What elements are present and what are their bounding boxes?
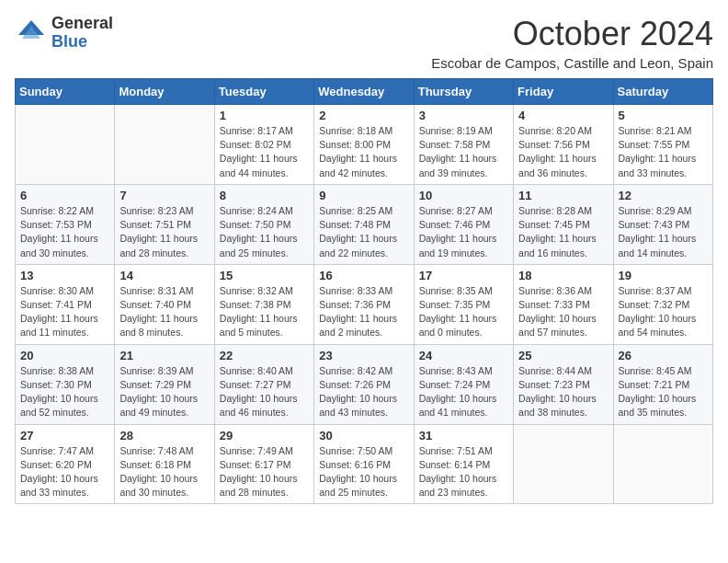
calendar-cell: 1Sunrise: 8:17 AMSunset: 8:02 PMDaylight… [214, 105, 313, 185]
day-number: 10 [419, 189, 508, 202]
day-number: 29 [220, 429, 309, 442]
day-info: Sunrise: 8:24 AMSunset: 7:50 PMDaylight:… [220, 204, 309, 260]
calendar-cell [613, 424, 712, 504]
calendar-cell [115, 105, 214, 185]
calendar-weekday-friday: Friday [514, 79, 613, 105]
day-info: Sunrise: 8:17 AMSunset: 8:02 PMDaylight:… [220, 124, 309, 180]
calendar-weekday-sunday: Sunday [16, 79, 115, 105]
day-info: Sunrise: 8:18 AMSunset: 8:00 PMDaylight:… [319, 124, 408, 180]
day-number: 4 [518, 109, 608, 122]
day-number: 14 [119, 269, 209, 282]
calendar-cell: 4Sunrise: 8:20 AMSunset: 7:56 PMDaylight… [514, 105, 613, 185]
day-number: 26 [619, 349, 708, 362]
logo-general-text: General [51, 15, 113, 33]
logo-blue-text: Blue [51, 33, 113, 52]
day-info: Sunrise: 8:35 AMSunset: 7:35 PMDaylight:… [419, 284, 508, 340]
calendar-cell: 3Sunrise: 8:19 AMSunset: 7:58 PMDaylight… [414, 105, 513, 185]
day-info: Sunrise: 8:44 AMSunset: 7:23 PMDaylight:… [518, 364, 608, 420]
day-number: 5 [619, 109, 708, 122]
calendar-cell: 7Sunrise: 8:23 AMSunset: 7:51 PMDaylight… [115, 184, 214, 264]
day-info: Sunrise: 8:38 AMSunset: 7:30 PMDaylight:… [20, 364, 109, 420]
day-info: Sunrise: 7:50 AMSunset: 6:16 PMDaylight:… [319, 444, 408, 500]
day-number: 3 [419, 109, 508, 122]
calendar-cell: 9Sunrise: 8:25 AMSunset: 7:48 PMDaylight… [314, 184, 414, 264]
day-info: Sunrise: 7:47 AMSunset: 6:20 PMDaylight:… [20, 444, 109, 500]
day-info: Sunrise: 8:21 AMSunset: 7:55 PMDaylight:… [619, 124, 708, 180]
calendar-week-row: 20Sunrise: 8:38 AMSunset: 7:30 PMDayligh… [16, 344, 713, 424]
calendar-cell: 12Sunrise: 8:29 AMSunset: 7:43 PMDayligh… [613, 184, 712, 264]
day-info: Sunrise: 8:36 AMSunset: 7:33 PMDaylight:… [518, 284, 608, 340]
day-number: 9 [319, 189, 408, 202]
day-info: Sunrise: 7:49 AMSunset: 6:17 PMDaylight:… [220, 444, 309, 500]
calendar-cell: 14Sunrise: 8:31 AMSunset: 7:40 PMDayligh… [115, 264, 214, 344]
calendar-cell: 23Sunrise: 8:42 AMSunset: 7:26 PMDayligh… [314, 344, 414, 424]
day-number: 17 [419, 269, 508, 282]
month-title: October 2024 [431, 15, 713, 53]
calendar-cell: 15Sunrise: 8:32 AMSunset: 7:38 PMDayligh… [214, 264, 313, 344]
calendar-cell: 20Sunrise: 8:38 AMSunset: 7:30 PMDayligh… [16, 344, 115, 424]
day-number: 2 [319, 109, 408, 122]
day-number: 25 [518, 349, 608, 362]
day-info: Sunrise: 7:48 AMSunset: 6:18 PMDaylight:… [119, 444, 209, 500]
day-number: 31 [419, 429, 508, 442]
day-info: Sunrise: 8:28 AMSunset: 7:45 PMDaylight:… [518, 204, 608, 260]
day-number: 6 [20, 189, 109, 202]
day-info: Sunrise: 8:45 AMSunset: 7:21 PMDaylight:… [619, 364, 708, 420]
calendar-cell: 21Sunrise: 8:39 AMSunset: 7:29 PMDayligh… [115, 344, 214, 424]
day-number: 18 [518, 269, 608, 282]
calendar-cell: 29Sunrise: 7:49 AMSunset: 6:17 PMDayligh… [214, 424, 313, 504]
calendar-cell [16, 105, 115, 185]
calendar-weekday-monday: Monday [115, 79, 214, 105]
day-info: Sunrise: 8:20 AMSunset: 7:56 PMDaylight:… [518, 124, 608, 180]
day-info: Sunrise: 8:42 AMSunset: 7:26 PMDaylight:… [319, 364, 408, 420]
calendar-weekday-thursday: Thursday [414, 79, 513, 105]
calendar-table: SundayMondayTuesdayWednesdayThursdayFrid… [15, 78, 713, 504]
calendar-cell: 22Sunrise: 8:40 AMSunset: 7:27 PMDayligh… [214, 344, 313, 424]
day-info: Sunrise: 7:51 AMSunset: 6:14 PMDaylight:… [419, 444, 508, 500]
day-info: Sunrise: 8:33 AMSunset: 7:36 PMDaylight:… [319, 284, 408, 340]
calendar-cell: 31Sunrise: 7:51 AMSunset: 6:14 PMDayligh… [414, 424, 513, 504]
logo: General Blue [15, 15, 113, 52]
calendar-weekday-tuesday: Tuesday [214, 79, 313, 105]
day-info: Sunrise: 8:30 AMSunset: 7:41 PMDaylight:… [20, 284, 109, 340]
page-header: General Blue October 2024 Escobar de Cam… [15, 15, 713, 71]
day-number: 12 [619, 189, 708, 202]
calendar-week-row: 13Sunrise: 8:30 AMSunset: 7:41 PMDayligh… [16, 264, 713, 344]
day-info: Sunrise: 8:25 AMSunset: 7:48 PMDaylight:… [319, 204, 408, 260]
day-number: 28 [119, 429, 209, 442]
calendar-cell: 24Sunrise: 8:43 AMSunset: 7:24 PMDayligh… [414, 344, 513, 424]
calendar-cell: 2Sunrise: 8:18 AMSunset: 8:00 PMDaylight… [314, 105, 414, 185]
day-number: 27 [20, 429, 109, 442]
day-info: Sunrise: 8:40 AMSunset: 7:27 PMDaylight:… [220, 364, 309, 420]
calendar-week-row: 27Sunrise: 7:47 AMSunset: 6:20 PMDayligh… [16, 424, 713, 504]
calendar-cell: 6Sunrise: 8:22 AMSunset: 7:53 PMDaylight… [16, 184, 115, 264]
calendar-cell: 17Sunrise: 8:35 AMSunset: 7:35 PMDayligh… [414, 264, 513, 344]
title-block: October 2024 Escobar de Campos, Castille… [431, 15, 713, 71]
calendar-cell: 25Sunrise: 8:44 AMSunset: 7:23 PMDayligh… [514, 344, 613, 424]
day-info: Sunrise: 8:23 AMSunset: 7:51 PMDaylight:… [119, 204, 209, 260]
calendar-cell: 5Sunrise: 8:21 AMSunset: 7:55 PMDaylight… [613, 105, 712, 185]
day-info: Sunrise: 8:22 AMSunset: 7:53 PMDaylight:… [20, 204, 109, 260]
day-number: 19 [619, 269, 708, 282]
calendar-cell: 18Sunrise: 8:36 AMSunset: 7:33 PMDayligh… [514, 264, 613, 344]
day-info: Sunrise: 8:31 AMSunset: 7:40 PMDaylight:… [119, 284, 209, 340]
day-number: 11 [518, 189, 608, 202]
calendar-week-row: 1Sunrise: 8:17 AMSunset: 8:02 PMDaylight… [16, 105, 713, 185]
day-number: 1 [220, 109, 309, 122]
calendar-cell: 30Sunrise: 7:50 AMSunset: 6:16 PMDayligh… [314, 424, 414, 504]
day-info: Sunrise: 8:37 AMSunset: 7:32 PMDaylight:… [619, 284, 708, 340]
day-number: 24 [419, 349, 508, 362]
calendar-cell: 10Sunrise: 8:27 AMSunset: 7:46 PMDayligh… [414, 184, 513, 264]
day-info: Sunrise: 8:27 AMSunset: 7:46 PMDaylight:… [419, 204, 508, 260]
calendar-header-row: SundayMondayTuesdayWednesdayThursdayFrid… [16, 79, 713, 105]
day-info: Sunrise: 8:43 AMSunset: 7:24 PMDaylight:… [419, 364, 508, 420]
calendar-cell: 13Sunrise: 8:30 AMSunset: 7:41 PMDayligh… [16, 264, 115, 344]
calendar-weekday-wednesday: Wednesday [314, 79, 414, 105]
day-number: 23 [319, 349, 408, 362]
day-info: Sunrise: 8:39 AMSunset: 7:29 PMDaylight:… [119, 364, 209, 420]
day-number: 30 [319, 429, 408, 442]
day-number: 8 [220, 189, 309, 202]
calendar-cell: 8Sunrise: 8:24 AMSunset: 7:50 PMDaylight… [214, 184, 313, 264]
logo-icon [15, 17, 48, 50]
calendar-cell: 27Sunrise: 7:47 AMSunset: 6:20 PMDayligh… [16, 424, 115, 504]
